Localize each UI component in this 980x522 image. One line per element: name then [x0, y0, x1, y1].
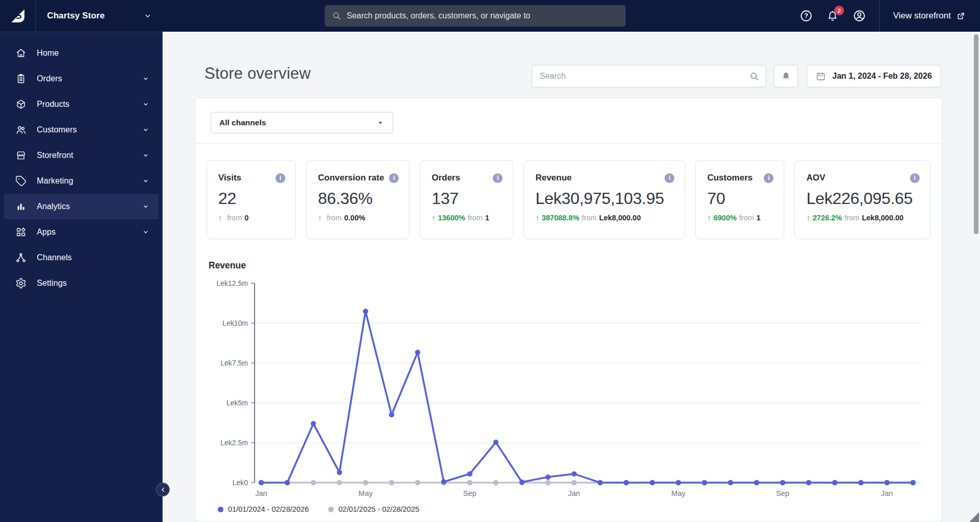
- channel-select[interactable]: All channels: [211, 112, 393, 133]
- svg-text:Jan: Jan: [255, 489, 267, 497]
- info-icon[interactable]: i: [764, 173, 773, 183]
- stat-value: 137: [431, 189, 503, 208]
- legend-item-comparison-period[interactable]: 02/01/2025 - 02/28/2025: [328, 505, 419, 513]
- alerts-button[interactable]: [773, 65, 798, 87]
- sidebar-collapse-button[interactable]: [156, 483, 170, 496]
- store-name: Chartsy Store: [47, 11, 105, 21]
- external-link-icon: [956, 11, 966, 21]
- info-icon[interactable]: i: [665, 173, 674, 183]
- stat-value: Lek30,975,103.95: [535, 189, 674, 208]
- info-icon[interactable]: i: [276, 173, 285, 183]
- stat-value: 22: [218, 189, 285, 208]
- svg-text:Jan: Jan: [568, 489, 580, 497]
- scroll-corner: [969, 512, 979, 522]
- sidebar-item-analytics[interactable]: Analytics: [4, 194, 158, 219]
- sidebar-item-label: Settings: [37, 279, 150, 288]
- arrow-up-icon: ↑: [707, 214, 711, 222]
- stat-label: Conversion rate: [318, 173, 384, 183]
- storefront-icon: [15, 150, 27, 161]
- info-icon[interactable]: i: [389, 173, 399, 183]
- chart-legend: 01/01/2024 - 02/28/2026 02/01/2025 - 02/…: [218, 505, 419, 513]
- svg-text:May: May: [358, 489, 373, 497]
- home-icon: [15, 48, 27, 59]
- view-storefront-link[interactable]: View storefront: [893, 11, 966, 21]
- stat-previous: Lek8,000.00: [599, 214, 641, 222]
- svg-text:Sep: Sep: [463, 489, 476, 497]
- svg-text:Lek2.5m: Lek2.5m: [220, 439, 248, 447]
- chevron-down-icon: [143, 11, 152, 20]
- vertical-scrollbar[interactable]: [974, 34, 978, 234]
- stat-label: Customers: [707, 173, 753, 183]
- stat-label: Visits: [218, 173, 241, 183]
- sidebar-item-label: Customers: [37, 125, 141, 134]
- info-icon[interactable]: i: [910, 173, 920, 183]
- svg-text:Lek7.5m: Lek7.5m: [220, 359, 248, 367]
- sidebar-item-products[interactable]: Products: [4, 92, 158, 117]
- arrow-up-icon: ↑: [431, 214, 435, 222]
- chevron-down-icon: [141, 176, 150, 186]
- overview-search[interactable]: [532, 65, 766, 87]
- svg-text:Lek0: Lek0: [233, 479, 248, 487]
- stat-card-customers: Customersi 70 ↑6900%from1: [695, 160, 784, 239]
- svg-text:Lek12.5m: Lek12.5m: [217, 279, 248, 287]
- bigcommerce-logo[interactable]: [0, 0, 36, 32]
- topbar: Chartsy Store ? 2 View storefront: [0, 0, 980, 32]
- stat-card-visits: Visitsi 22 ↑from0: [207, 160, 296, 239]
- sidebar-item-label: Products: [37, 100, 141, 109]
- search-icon: [749, 71, 760, 82]
- sidebar-item-apps[interactable]: Apps: [4, 219, 158, 245]
- stat-previous: 1: [757, 214, 761, 222]
- panel-divider: [195, 143, 942, 144]
- from-label: from: [845, 214, 859, 222]
- svg-text:Lek5m: Lek5m: [226, 399, 248, 407]
- stat-previous: 0: [244, 214, 248, 222]
- legend-label: 01/01/2024 - 02/28/2026: [228, 505, 309, 513]
- stat-previous: Lek8,000.00: [862, 214, 903, 222]
- sidebar-item-label: Orders: [37, 74, 141, 83]
- stat-cards-row: Visitsi 22 ↑from0 Conversion ratei 86.36…: [195, 160, 942, 239]
- svg-text:Sep: Sep: [776, 489, 789, 497]
- stat-delta: 2726.2%: [813, 214, 842, 222]
- orders-icon: [15, 73, 27, 84]
- info-icon[interactable]: i: [493, 173, 503, 183]
- stat-label: AOV: [806, 173, 825, 183]
- svg-text:?: ?: [804, 12, 808, 19]
- arrow-up-icon: ↑: [806, 214, 810, 222]
- global-search[interactable]: [325, 5, 626, 27]
- chevron-left-icon: [159, 486, 167, 494]
- sidebar-item-home[interactable]: Home: [4, 40, 158, 66]
- arrow-up-icon: ↑: [218, 214, 222, 222]
- legend-item-current-period[interactable]: 01/01/2024 - 02/28/2026: [218, 505, 309, 513]
- calendar-icon: [815, 71, 826, 82]
- from-label: from: [327, 214, 341, 222]
- account-button[interactable]: [853, 9, 866, 22]
- settings-icon: [15, 278, 27, 289]
- sidebar-item-storefront[interactable]: Storefront: [4, 143, 158, 168]
- stat-card-aov: AOVi Lek226,095.65 ↑2726.2%fromLek8,000.…: [794, 160, 930, 239]
- chevron-down-icon: [141, 74, 150, 83]
- customers-icon: [15, 124, 27, 135]
- from-label: from: [468, 214, 483, 222]
- sidebar-item-label: Marketing: [37, 176, 141, 186]
- notification-badge: 2: [834, 6, 844, 15]
- sidebar-item-channels[interactable]: Channels: [4, 245, 158, 270]
- stat-label: Orders: [431, 173, 460, 183]
- analytics-icon: [15, 201, 27, 212]
- sidebar-item-customers[interactable]: Customers: [4, 117, 158, 143]
- user-icon: [853, 9, 866, 22]
- stat-card-conversion-rate: Conversion ratei 86.36% ↑from0.00%: [306, 160, 409, 239]
- overview-search-input[interactable]: [540, 72, 749, 81]
- date-range-button[interactable]: Jan 1, 2024 - Feb 28, 2026: [807, 65, 941, 87]
- help-icon: ?: [800, 9, 813, 22]
- notifications-button[interactable]: 2: [826, 9, 839, 22]
- page-title: Store overview: [204, 64, 311, 83]
- sidebar-item-orders[interactable]: Orders: [4, 66, 158, 92]
- sidebar-item-label: Storefront: [37, 151, 141, 160]
- sidebar-item-marketing[interactable]: Marketing: [4, 168, 158, 194]
- global-search-input[interactable]: [347, 11, 619, 20]
- channels-icon: [15, 252, 27, 263]
- stat-delta: 387088.8%: [542, 214, 579, 222]
- help-button[interactable]: ?: [800, 9, 813, 22]
- store-switcher[interactable]: Chartsy Store: [36, 0, 163, 32]
- sidebar-item-settings[interactable]: Settings: [4, 270, 158, 296]
